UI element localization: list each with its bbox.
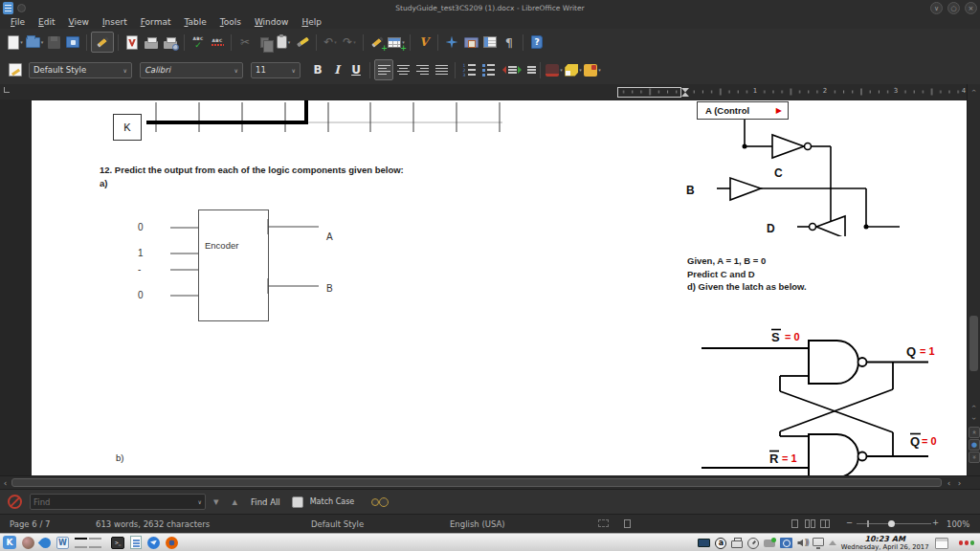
decrease-indent-button[interactable] xyxy=(498,59,517,80)
insert-table-button[interactable]: ▾ xyxy=(387,32,406,53)
desktop-1[interactable] xyxy=(75,538,87,540)
thunderbird-launcher[interactable] xyxy=(147,537,160,549)
redo-button[interactable]: ↷▾ xyxy=(340,32,359,53)
selection-mode-icon[interactable] xyxy=(598,519,609,527)
styles-panel-button[interactable] xyxy=(6,59,25,80)
menu-table[interactable]: Table xyxy=(177,17,212,27)
match-case-checkbox[interactable] xyxy=(292,496,303,508)
single-page-view-icon[interactable] xyxy=(791,519,798,528)
desktop-pager[interactable] xyxy=(75,535,101,550)
highlight-color-button[interactable]: ▾ xyxy=(564,59,583,80)
zoom-in-button[interactable]: + xyxy=(932,518,939,527)
clone-formatting-button[interactable] xyxy=(293,32,312,53)
edit-mode-button[interactable] xyxy=(91,32,114,53)
paragraph-style-select[interactable]: Default Style∨ xyxy=(29,62,132,78)
font-color-button[interactable]: ▾ xyxy=(545,59,564,80)
document-page[interactable]: K 12. Predict the output from each of th… xyxy=(32,100,967,475)
bold-button[interactable]: B xyxy=(308,59,327,80)
close-find-button[interactable] xyxy=(8,495,22,509)
device-tray[interactable] xyxy=(764,540,775,547)
monitor-tray[interactable] xyxy=(813,540,824,546)
gallery-button[interactable] xyxy=(461,32,480,53)
scroll-up-button-2[interactable]: ‹ xyxy=(968,400,980,411)
increase-indent-button[interactable] xyxy=(517,59,536,80)
navigator-button[interactable] xyxy=(442,32,461,53)
page-number-status[interactable]: Page 6 / 7 xyxy=(10,519,50,529)
document-modified-icon[interactable] xyxy=(624,519,631,528)
underline-button[interactable]: U xyxy=(346,59,366,80)
menu-insert[interactable]: Insert xyxy=(96,17,134,27)
undo-button[interactable]: ↶▾ xyxy=(321,32,340,53)
clock[interactable]: 10:23 AM Wednesday, April 26, 2017 xyxy=(841,536,929,551)
menu-format[interactable]: Format xyxy=(134,17,178,27)
minimize-button[interactable]: ∨ xyxy=(930,2,943,14)
find-previous-button[interactable]: ▴ xyxy=(233,496,238,508)
new-document-button[interactable]: ▾ xyxy=(6,32,25,53)
vertical-scroll-thumb[interactable] xyxy=(969,316,978,371)
menu-file[interactable]: File xyxy=(4,17,32,27)
word-count-status[interactable]: 613 words, 2632 characters xyxy=(96,519,210,529)
mail-launcher[interactable] xyxy=(40,538,51,548)
previous-page-button[interactable]: « xyxy=(969,427,980,438)
app-menu-button[interactable]: K xyxy=(3,536,16,549)
desktop-3[interactable] xyxy=(75,546,87,548)
horizontal-scroll-thumb[interactable] xyxy=(11,478,942,487)
draw-functions-button[interactable]: V xyxy=(414,32,434,53)
scroll-down-button[interactable]: › xyxy=(968,412,980,424)
scroll-left-button[interactable]: ‹ xyxy=(0,476,11,489)
zoom-level[interactable]: 100% xyxy=(947,519,969,529)
package-launcher[interactable] xyxy=(22,537,34,549)
menu-edit[interactable]: Edit xyxy=(32,17,61,27)
scroll-up-button[interactable]: ‹ xyxy=(968,84,980,96)
align-left-button[interactable] xyxy=(374,59,393,80)
spelling-button[interactable]: ABC✓ xyxy=(189,32,208,53)
data-sources-button[interactable] xyxy=(480,32,500,53)
wine-launcher[interactable]: W xyxy=(56,537,69,549)
tray-expander[interactable] xyxy=(829,540,836,545)
clock-tray[interactable] xyxy=(747,538,759,549)
next-page-button[interactable]: » xyxy=(969,452,980,463)
panel-toggle[interactable] xyxy=(935,538,948,549)
email-document-button[interactable] xyxy=(63,32,82,53)
align-right-button[interactable] xyxy=(412,59,432,80)
print-button[interactable] xyxy=(142,32,161,53)
copy-button[interactable] xyxy=(255,32,274,53)
align-center-button[interactable] xyxy=(393,59,412,80)
formatting-marks-button[interactable]: ¶ xyxy=(500,32,519,53)
background-color-button[interactable]: ▾ xyxy=(583,59,602,80)
menu-window[interactable]: Window xyxy=(248,17,296,27)
zoom-slider-thumb[interactable] xyxy=(888,520,895,527)
horizontal-ruler[interactable]: 1 2 3 4 xyxy=(0,84,967,99)
scroll-right-button[interactable]: › xyxy=(954,476,965,489)
insert-hyperlink-button[interactable] xyxy=(368,32,387,53)
auto-spellcheck-button[interactable]: ABC xyxy=(208,32,227,53)
tab-stop-selector-icon[interactable] xyxy=(4,87,10,93)
navigation-button[interactable]: ● xyxy=(969,439,980,451)
page-style-status[interactable]: Default Style xyxy=(311,519,364,529)
bullet-list-button[interactable] xyxy=(479,59,498,80)
cut-button[interactable]: ✂ xyxy=(235,32,255,53)
desktop-2[interactable] xyxy=(89,538,101,540)
paste-button[interactable]: ▾ xyxy=(274,32,293,53)
open-button[interactable]: ▾ xyxy=(25,32,44,53)
vertical-scrollbar[interactable]: ‹ ‹ › « ● » xyxy=(967,84,980,475)
printer-tray[interactable] xyxy=(731,539,743,548)
maximize-button[interactable]: ○ xyxy=(947,2,960,14)
export-pdf-button[interactable] xyxy=(122,32,142,53)
ordered-list-button[interactable]: 123 xyxy=(459,59,479,80)
desktop-4[interactable] xyxy=(89,546,101,548)
find-input[interactable] xyxy=(33,497,198,507)
book-view-icon[interactable] xyxy=(820,519,830,528)
network-tray[interactable] xyxy=(780,538,792,548)
scroll-left-button-2[interactable]: ‹ xyxy=(944,476,954,489)
find-all-button[interactable]: Find All xyxy=(251,497,280,507)
print-preview-button[interactable] xyxy=(161,32,180,53)
display-settings-tray[interactable] xyxy=(698,539,710,547)
multi-page-view-icon[interactable] xyxy=(805,519,815,528)
zoom-out-button[interactable]: − xyxy=(846,518,853,527)
italic-button[interactable]: I xyxy=(327,59,346,80)
menu-help[interactable]: Help xyxy=(295,17,328,27)
firefox-launcher[interactable] xyxy=(166,537,178,549)
find-next-button[interactable]: ▾ xyxy=(213,496,219,508)
find-replace-icon[interactable] xyxy=(371,498,379,506)
